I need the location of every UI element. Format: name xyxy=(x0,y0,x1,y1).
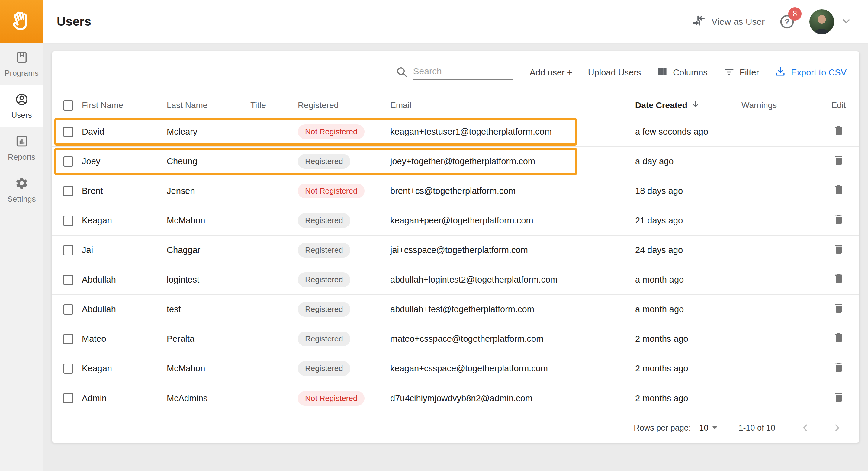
row-checkbox[interactable] xyxy=(63,364,73,374)
columns-icon xyxy=(657,66,668,80)
add-user-button[interactable]: Add user + xyxy=(530,68,572,77)
brand-logo[interactable] xyxy=(0,0,43,43)
cell-first-name: Abdullah xyxy=(82,275,167,285)
cell-first-name: Keagan xyxy=(82,216,167,225)
filter-button[interactable]: Filter xyxy=(723,66,759,80)
cell-date-created: 24 days ago xyxy=(635,245,741,255)
row-checkbox[interactable] xyxy=(63,304,73,315)
account-menu[interactable] xyxy=(809,9,852,34)
table-row[interactable]: Brent Jensen Not Registered brent+cs@tog… xyxy=(52,176,859,206)
registered-status-badge: Registered xyxy=(298,272,350,287)
sidebar-item-settings[interactable]: Settings xyxy=(0,169,43,211)
trash-icon xyxy=(833,273,845,285)
users-person-icon xyxy=(15,92,29,107)
table-row[interactable]: Keagan McMahon Registered keagan+peer@to… xyxy=(52,206,859,236)
registered-status-badge: Registered xyxy=(298,361,350,376)
trash-icon xyxy=(833,362,845,374)
table-row[interactable]: Admin McAdmins Not Registered d7u4cihiym… xyxy=(52,383,859,413)
table-row[interactable]: Jai Chaggar Registered jai+csspace@toget… xyxy=(52,236,859,265)
table-row[interactable]: Abdullah test Registered abdullah+test@t… xyxy=(52,295,859,324)
cell-email: mateo+csspace@togetherplatform.com xyxy=(390,334,635,344)
row-checkbox[interactable] xyxy=(63,186,73,196)
column-header-first-name[interactable]: First Name xyxy=(82,100,167,110)
delete-user-button[interactable] xyxy=(833,273,845,287)
help-button[interactable]: ? 8 xyxy=(779,13,796,30)
row-checkbox[interactable] xyxy=(63,393,73,403)
rows-per-page-select[interactable]: 10 xyxy=(699,423,717,433)
column-header-registered[interactable]: Registered xyxy=(298,100,390,110)
top-bar: Users View as User ? xyxy=(43,0,868,43)
cell-date-created: 2 months ago xyxy=(635,364,741,374)
page-title: Users xyxy=(57,14,91,29)
trash-icon xyxy=(833,332,845,344)
sidebar-item-reports[interactable]: Reports xyxy=(0,127,43,169)
date-created-label: Date Created xyxy=(635,100,687,110)
chevron-down-icon[interactable] xyxy=(840,15,852,28)
cell-first-name: Brent xyxy=(82,186,167,196)
delete-user-button[interactable] xyxy=(833,154,845,168)
delete-user-button[interactable] xyxy=(833,214,845,228)
row-checkbox[interactable] xyxy=(63,156,73,167)
delete-user-button[interactable] xyxy=(833,362,845,376)
column-header-last-name[interactable]: Last Name xyxy=(167,100,250,110)
export-csv-button[interactable]: Export to CSV xyxy=(775,66,846,80)
columns-label: Columns xyxy=(673,68,707,77)
cell-registered: Not Registered xyxy=(298,184,390,198)
delete-user-button[interactable] xyxy=(833,184,845,198)
table-row[interactable]: Mateo Peralta Registered mateo+csspace@t… xyxy=(52,324,859,354)
table-row[interactable]: Abdullah logintest Registered abdullah+l… xyxy=(52,265,859,295)
question-mark-icon: ? xyxy=(779,26,796,31)
cell-last-name: McMahon xyxy=(167,216,250,225)
cell-registered: Registered xyxy=(298,272,390,287)
cell-date-created: a day ago xyxy=(635,156,741,166)
cell-registered: Registered xyxy=(298,243,390,257)
cell-email: d7u4cihiymjowdvyb8n2@admin.com xyxy=(390,394,635,403)
svg-text:?: ? xyxy=(785,18,789,26)
column-header-email[interactable]: Email xyxy=(390,100,635,110)
sidebar-item-programs[interactable]: Programs xyxy=(0,43,43,85)
columns-button[interactable]: Columns xyxy=(657,66,707,80)
column-header-date-created[interactable]: Date Created xyxy=(635,100,741,111)
previous-page-button[interactable] xyxy=(799,421,812,435)
cell-first-name: Abdullah xyxy=(82,304,167,314)
column-header-warnings[interactable]: Warnings xyxy=(741,100,818,110)
table-row[interactable]: David Mcleary Not Registered keagan+test… xyxy=(52,117,859,147)
column-header-title[interactable]: Title xyxy=(250,100,298,110)
select-all-checkbox[interactable] xyxy=(63,100,73,111)
cell-registered: Registered xyxy=(298,332,390,346)
table-row[interactable]: Keagan McMahon Registered keagan+csspace… xyxy=(52,354,859,383)
cell-last-name: Chaggar xyxy=(167,245,250,255)
registered-status-badge: Not Registered xyxy=(298,124,365,139)
search-field xyxy=(396,65,513,80)
delete-user-button[interactable] xyxy=(833,302,845,316)
registered-status-badge: Registered xyxy=(298,302,350,317)
row-checkbox[interactable] xyxy=(63,216,73,226)
row-checkbox[interactable] xyxy=(63,334,73,344)
notification-badge: 8 xyxy=(788,7,802,21)
delete-user-button[interactable] xyxy=(833,332,845,346)
delete-user-button[interactable] xyxy=(833,243,845,257)
view-as-user-button[interactable]: View as User xyxy=(692,13,765,30)
delete-user-button[interactable] xyxy=(833,125,845,139)
cell-date-created: 21 days ago xyxy=(635,216,741,225)
pagination-range: 1-10 of 10 xyxy=(738,423,775,433)
row-checkbox[interactable] xyxy=(63,245,73,255)
registered-status-badge: Not Registered xyxy=(298,391,365,406)
cell-date-created: a few seconds ago xyxy=(635,127,741,137)
cell-email: abdullah+logintest2@togetherplatform.com xyxy=(390,275,635,285)
cell-first-name: Joey xyxy=(82,156,167,166)
search-input[interactable] xyxy=(412,65,513,80)
delete-user-button[interactable] xyxy=(833,391,845,406)
table-row[interactable]: Joey Cheung Registered joey+together@tog… xyxy=(52,147,859,176)
registered-status-badge: Registered xyxy=(298,154,350,169)
row-checkbox[interactable] xyxy=(63,275,73,285)
next-page-button[interactable] xyxy=(830,421,843,435)
cell-email: keagan+csspace@togetherplatform.com xyxy=(390,364,635,374)
upload-users-button[interactable]: Upload Users xyxy=(588,68,641,77)
row-checkbox[interactable] xyxy=(63,127,73,137)
cell-last-name: McMahon xyxy=(167,364,250,374)
settings-gear-icon xyxy=(15,176,29,191)
sidebar-item-users[interactable]: Users xyxy=(0,85,43,127)
app-window: Programs Users Reports xyxy=(0,0,868,471)
add-user-label: Add user + xyxy=(530,68,572,77)
